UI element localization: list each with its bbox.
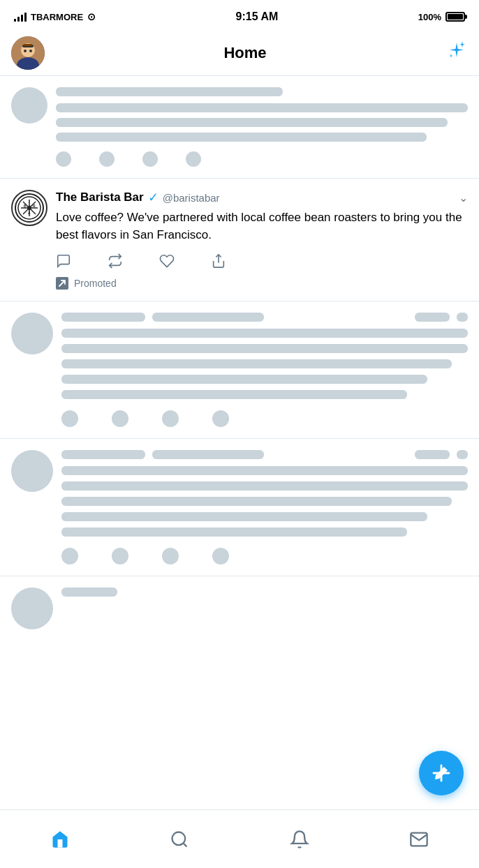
tweet-body: The Barista Bar ✓ @baristabar ⌄ Love cof… bbox=[56, 190, 468, 290]
skeleton-content-partial bbox=[61, 588, 468, 629]
chevron-down-icon[interactable]: ⌄ bbox=[459, 191, 468, 204]
skeleton-name bbox=[61, 313, 145, 322]
skeleton-dot bbox=[162, 548, 179, 564]
skeleton-line bbox=[61, 390, 407, 399]
skeleton-handle bbox=[152, 450, 264, 459]
tab-bar bbox=[0, 809, 479, 868]
skeleton-line bbox=[61, 329, 468, 338]
skeleton-line bbox=[61, 481, 468, 491]
status-left: TBARMORE ⊙ bbox=[14, 11, 96, 22]
skeleton-dot bbox=[99, 151, 115, 167]
barista-logo-svg: B R A bbox=[14, 193, 45, 223]
svg-point-5 bbox=[29, 50, 32, 52]
skeleton-dot bbox=[112, 548, 128, 564]
avatar-svg bbox=[11, 36, 45, 70]
svg-text:A: A bbox=[28, 211, 31, 215]
barista-tweet: B R A The Barista Bar ✓ @baristabar ⌄ Lo… bbox=[0, 179, 479, 301]
tweet-name: The Barista Bar bbox=[56, 190, 144, 204]
skeleton-dot bbox=[212, 410, 229, 427]
tweet-actions bbox=[56, 253, 468, 269]
tab-home[interactable] bbox=[39, 824, 81, 855]
skeleton-name bbox=[61, 450, 145, 459]
skeleton-dot bbox=[162, 410, 179, 427]
battery-icon bbox=[445, 12, 465, 22]
skeleton-avatar-3 bbox=[11, 450, 53, 492]
verified-badge: ✓ bbox=[148, 190, 159, 205]
skeleton-content-3 bbox=[61, 450, 468, 564]
skeleton-line bbox=[61, 359, 452, 368]
barista-avatar[interactable]: B R A bbox=[11, 190, 47, 226]
sparkle-icon[interactable] bbox=[445, 40, 468, 67]
skeleton-header-3 bbox=[61, 450, 468, 459]
feed: B R A The Barista Bar ✓ @baristabar ⌄ Lo… bbox=[0, 76, 479, 699]
home-icon bbox=[50, 830, 70, 849]
retweet-button[interactable] bbox=[108, 253, 123, 269]
status-bar: TBARMORE ⊙ 9:15 AM 100% bbox=[0, 0, 479, 31]
skeleton-time bbox=[415, 450, 450, 459]
tweet-skeleton-top bbox=[0, 76, 479, 179]
svg-rect-6 bbox=[24, 44, 32, 46]
skeleton-line bbox=[61, 512, 427, 521]
skeleton-actions-2 bbox=[61, 410, 468, 427]
tab-notifications[interactable] bbox=[279, 824, 320, 855]
skeleton-dot bbox=[56, 151, 71, 167]
tweet-text: Love coffee? We've partnered with local … bbox=[56, 209, 468, 244]
skeleton-line bbox=[61, 497, 452, 506]
skeleton-actions-1 bbox=[56, 151, 468, 167]
user-avatar[interactable] bbox=[11, 36, 45, 70]
svg-point-20 bbox=[172, 832, 186, 845]
skeleton-content-2 bbox=[61, 313, 468, 427]
skeleton-dot bbox=[61, 548, 78, 564]
skeleton-dot bbox=[212, 548, 229, 564]
skeleton-avatar-1 bbox=[11, 87, 47, 124]
skeleton-line bbox=[56, 87, 283, 96]
status-time: 9:15 AM bbox=[236, 10, 279, 23]
svg-text:B: B bbox=[24, 204, 27, 208]
svg-point-13 bbox=[27, 206, 31, 210]
header: Home bbox=[0, 31, 479, 76]
notifications-icon bbox=[290, 830, 309, 849]
skeleton-time bbox=[415, 313, 450, 322]
skeleton-content-1 bbox=[56, 87, 468, 167]
share-button[interactable] bbox=[211, 253, 226, 269]
avatar-image bbox=[11, 36, 45, 70]
skeleton-header-2 bbox=[61, 313, 468, 322]
page-title: Home bbox=[223, 44, 266, 62]
promoted-icon bbox=[56, 277, 68, 290]
like-button[interactable] bbox=[159, 253, 175, 269]
skeleton-dots bbox=[457, 313, 468, 322]
skeleton-actions-3 bbox=[61, 548, 468, 564]
signal-icon bbox=[14, 12, 27, 22]
battery-fill bbox=[448, 14, 463, 20]
skeleton-line bbox=[61, 344, 468, 353]
tweet-author: The Barista Bar ✓ @baristabar bbox=[56, 190, 220, 205]
skeleton-line bbox=[61, 466, 468, 475]
comment-button[interactable] bbox=[56, 253, 71, 269]
tweet-handle: @baristabar bbox=[163, 192, 220, 204]
tab-search[interactable] bbox=[159, 824, 200, 855]
compose-fab[interactable] bbox=[419, 751, 464, 795]
status-right: 100% bbox=[418, 12, 465, 22]
skeleton-dots bbox=[457, 450, 468, 459]
skeleton-dot bbox=[186, 151, 201, 167]
skeleton-avatar-partial bbox=[11, 588, 53, 629]
skeleton-line bbox=[56, 118, 448, 127]
skeleton-line bbox=[61, 588, 117, 597]
skeleton-line bbox=[61, 375, 427, 384]
wifi-icon: ⊙ bbox=[87, 11, 96, 22]
skeleton-dot bbox=[142, 151, 158, 167]
tab-messages[interactable] bbox=[398, 824, 440, 855]
skeleton-handle bbox=[152, 313, 264, 322]
tweet-header-row: The Barista Bar ✓ @baristabar ⌄ bbox=[56, 190, 468, 205]
skeleton-dot bbox=[61, 410, 78, 427]
tweet-skeleton-2 bbox=[0, 301, 479, 439]
battery-percent: 100% bbox=[418, 12, 441, 22]
skeleton-line bbox=[56, 133, 427, 142]
svg-line-21 bbox=[184, 843, 187, 846]
promoted-row: Promoted bbox=[56, 277, 468, 290]
messages-icon bbox=[409, 830, 429, 849]
skeleton-line bbox=[56, 103, 468, 112]
compose-fab-icon bbox=[429, 761, 454, 786]
search-icon bbox=[170, 830, 189, 849]
promoted-label: Promoted bbox=[74, 278, 117, 289]
